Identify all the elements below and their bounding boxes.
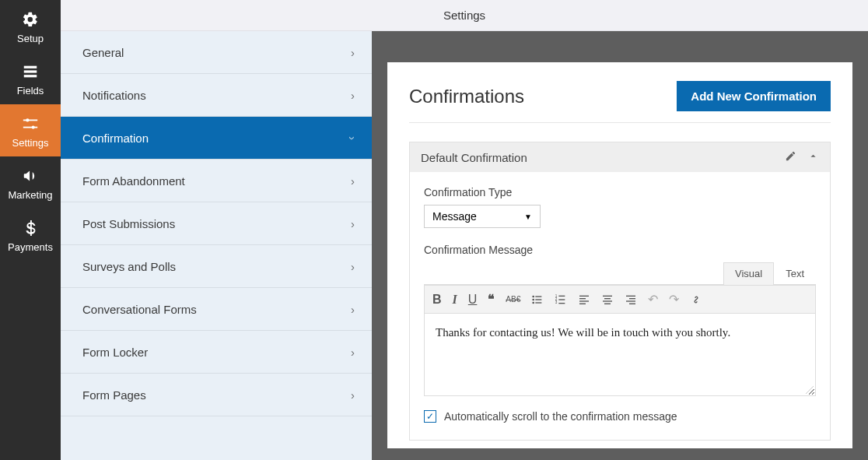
align-left-button[interactable] xyxy=(578,293,590,306)
auto-scroll-label: Automatically scroll to the confirmation… xyxy=(444,410,677,423)
rail-label: Fields xyxy=(17,85,44,97)
editor-toolbar: B I U ❝ AB€ 123 xyxy=(425,285,815,314)
chevron-right-icon: › xyxy=(351,346,355,359)
chevron-right-icon: › xyxy=(351,89,355,102)
svg-rect-2 xyxy=(24,75,37,77)
sidebar-item-form-locker[interactable]: Form Locker › xyxy=(61,331,372,374)
app-root: Setup Fields Settings Marketing Payments… xyxy=(0,0,868,460)
svg-rect-28 xyxy=(629,298,635,299)
pencil-icon[interactable] xyxy=(785,150,796,164)
svg-rect-5 xyxy=(23,127,37,128)
svg-rect-20 xyxy=(579,298,586,299)
sidebar-item-label: General xyxy=(82,46,124,59)
main-panel: Confirmations Add New Confirmation Defau… xyxy=(372,31,868,460)
svg-point-6 xyxy=(32,125,35,128)
svg-rect-24 xyxy=(604,298,611,299)
redo-button[interactable]: ↷ xyxy=(669,292,679,307)
sidebar-item-notifications[interactable]: Notifications › xyxy=(61,74,372,117)
columns: General › Notifications › Confirmation ›… xyxy=(61,31,868,460)
align-center-button[interactable] xyxy=(601,293,614,306)
rail-item-payments[interactable]: Payments xyxy=(0,209,61,261)
sidebar-item-post-submissions[interactable]: Post Submissions › xyxy=(61,202,372,245)
sidebar-item-label: Surveys and Polls xyxy=(82,260,176,273)
message-label: Confirmation Message xyxy=(424,244,816,256)
editor-wrapper: B I U ❝ AB€ 123 xyxy=(424,284,816,396)
rail-item-settings[interactable]: Settings xyxy=(0,104,61,156)
settings-sidebar: General › Notifications › Confirmation ›… xyxy=(61,31,372,460)
rail-label: Marketing xyxy=(8,189,52,201)
svg-rect-10 xyxy=(536,299,542,300)
rail-item-setup[interactable]: Setup xyxy=(0,0,61,52)
sidebar-item-form-abandonment[interactable]: Form Abandonment › xyxy=(61,160,372,202)
confirmation-type-select[interactable]: Message ▼ xyxy=(424,205,541,228)
chevron-right-icon: › xyxy=(351,303,355,316)
unordered-list-button[interactable] xyxy=(531,293,544,306)
sidebar-item-general[interactable]: General › xyxy=(61,31,372,74)
dollar-icon xyxy=(22,219,39,237)
bold-button[interactable]: B xyxy=(432,293,442,307)
blockquote-button[interactable]: ❝ xyxy=(488,292,495,307)
italic-button[interactable]: I xyxy=(453,293,457,307)
svg-rect-16 xyxy=(559,299,565,300)
sidebar-item-label: Post Submissions xyxy=(82,217,175,230)
add-new-confirmation-button[interactable]: Add New Confirmation xyxy=(677,81,831,111)
triangle-down-icon: ▼ xyxy=(524,212,532,221)
chevron-right-icon: › xyxy=(351,388,355,402)
card-header: Confirmations Add New Confirmation xyxy=(409,81,831,123)
chevron-up-icon[interactable] xyxy=(807,150,819,164)
sidebar-item-conversational-forms[interactable]: Conversational Forms › xyxy=(61,288,372,331)
panel-title: Default Confirmation xyxy=(421,151,527,164)
sidebar-item-surveys-polls[interactable]: Surveys and Polls › xyxy=(61,245,372,288)
rail-item-marketing[interactable]: Marketing xyxy=(0,156,61,209)
svg-rect-30 xyxy=(629,303,635,304)
svg-rect-0 xyxy=(24,66,37,68)
align-right-button[interactable] xyxy=(625,293,637,306)
left-rail: Setup Fields Settings Marketing Payments xyxy=(0,0,61,460)
chevron-right-icon: › xyxy=(351,260,355,273)
svg-point-11 xyxy=(533,301,535,304)
list-icon xyxy=(22,63,39,80)
svg-rect-1 xyxy=(24,70,37,72)
card-title: Confirmations xyxy=(409,86,524,107)
panel-header[interactable]: Default Confirmation xyxy=(410,142,830,172)
rail-item-fields[interactable]: Fields xyxy=(0,52,61,104)
sidebar-item-confirmation[interactable]: Confirmation › xyxy=(61,117,372,160)
sidebar-item-form-pages[interactable]: Form Pages › xyxy=(61,374,372,416)
gear-icon xyxy=(22,11,39,28)
svg-rect-29 xyxy=(626,300,635,301)
chevron-right-icon: › xyxy=(351,174,355,188)
undo-button[interactable]: ↶ xyxy=(648,292,658,307)
svg-rect-3 xyxy=(23,120,37,121)
svg-rect-8 xyxy=(536,296,542,297)
panel-body: Confirmation Type Message ▼ Confirmation… xyxy=(410,172,830,440)
svg-rect-26 xyxy=(604,303,611,304)
editor-tab-text[interactable]: Text xyxy=(774,262,816,285)
ordered-list-button[interactable]: 123 xyxy=(555,293,567,306)
editor-tab-visual[interactable]: Visual xyxy=(723,262,774,285)
resize-handle-icon xyxy=(804,385,814,394)
svg-point-4 xyxy=(26,118,29,121)
svg-rect-12 xyxy=(536,302,542,303)
rail-label: Setup xyxy=(17,33,44,44)
sidebar-item-label: Notifications xyxy=(82,89,146,102)
auto-scroll-checkbox[interactable]: ✓ xyxy=(424,410,436,423)
chevron-down-icon: › xyxy=(346,136,359,140)
strikethrough-button[interactable]: AB€ xyxy=(506,295,520,304)
sliders-icon xyxy=(22,115,39,132)
body-column: Settings General › Notifications › Confi… xyxy=(61,0,868,460)
svg-point-9 xyxy=(533,298,535,300)
underline-button[interactable]: U xyxy=(468,293,478,307)
link-button[interactable] xyxy=(690,293,702,306)
rail-label: Payments xyxy=(8,241,53,253)
sidebar-item-label: Form Abandonment xyxy=(82,174,185,188)
auto-scroll-row: ✓ Automatically scroll to the confirmati… xyxy=(424,410,816,423)
svg-rect-19 xyxy=(579,295,589,296)
svg-rect-27 xyxy=(626,295,635,296)
editor-textarea[interactable]: Thanks for contacting us! We will be in … xyxy=(425,314,815,395)
rail-label: Settings xyxy=(12,137,49,149)
chevron-right-icon: › xyxy=(351,46,355,59)
sidebar-item-label: Conversational Forms xyxy=(82,303,197,316)
bullhorn-icon xyxy=(22,167,39,184)
type-label: Confirmation Type xyxy=(424,186,816,198)
page-header: Settings xyxy=(61,0,868,31)
